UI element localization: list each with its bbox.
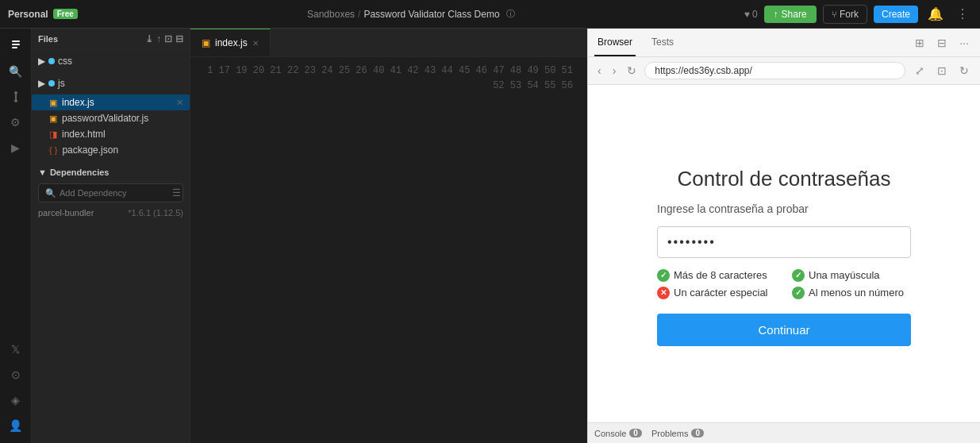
share-button[interactable]: ↑ Share (764, 6, 817, 23)
refresh-icon2[interactable]: ↻ (955, 61, 974, 80)
screen-icon[interactable]: ⊡ (932, 61, 951, 80)
upload-icon[interactable]: ⊡ (164, 33, 172, 44)
file-index-html[interactable]: ◨ index.html (32, 126, 190, 142)
top-bar: Personal Free Sandboxes / Password Valid… (0, 0, 980, 29)
folder-expand-icon: ▶ (38, 78, 45, 89)
project-name: Password Validator Class Demo (363, 9, 499, 20)
file-package-json[interactable]: { } package.json (32, 142, 190, 158)
sidebar-git-icon[interactable] (4, 86, 28, 108)
dep-parcel: parcel-bundler *1.6.1 (1.12.5) (32, 206, 190, 220)
browser-content: Control de contraseñas Ingrese la contra… (588, 85, 980, 422)
sandboxes-link[interactable]: Sandboxes (307, 9, 355, 20)
file-index-js[interactable]: ▣ index.js ✕ (32, 94, 190, 110)
notifications-button[interactable]: 🔔 (924, 5, 947, 23)
url-bar[interactable] (644, 62, 905, 79)
file-icon-pv-js: ▣ (49, 114, 57, 124)
folder-js[interactable]: ▶ js (32, 75, 190, 91)
forward-button[interactable]: › (609, 63, 620, 79)
dependencies-section: ▼ Dependencies 🔍 ☰ parcel-bundler *1.6.1… (32, 164, 190, 220)
validation-length: ✓ Más de 8 caracteres (657, 269, 776, 282)
sidebar-extensions-icon[interactable]: ⚙ (4, 111, 28, 133)
back-button[interactable]: ‹ (594, 63, 605, 79)
close-tab-icon[interactable]: ✕ (252, 39, 259, 48)
code-content[interactable]: class PasswordValidator { ··· } const pa… (581, 57, 587, 443)
validation-number: ✓ Al menos un número (792, 287, 911, 299)
fork-icon: ⑂ (832, 10, 837, 19)
file-icon-json: { } (49, 145, 57, 155)
dep-search-input[interactable] (60, 188, 169, 198)
check-special-label: Un carácter especial (674, 287, 768, 299)
sidebar-deploy-icon[interactable]: ▶ (4, 137, 28, 159)
folder-css[interactable]: ▶ css (32, 53, 190, 69)
more-icon[interactable]: ··· (955, 33, 974, 52)
new-folder-icon[interactable]: ↑ (156, 33, 161, 44)
close-file-icon[interactable]: ✕ (176, 98, 183, 108)
tab-tests[interactable]: Tests (648, 29, 677, 56)
sidebar-discord-icon[interactable]: ◈ (4, 389, 28, 411)
browser-tab-actions: ⊞ ⊟ ··· (910, 33, 974, 52)
sidebar-twitter-icon[interactable]: 𝕏 (4, 338, 28, 360)
folder-expand-icon: ▶ (38, 56, 45, 67)
grid-icon[interactable]: ⊞ (910, 33, 929, 52)
top-bar-actions: ♥ 0 ↑ Share ⑂ Fork Create 🔔 ⋮ (744, 5, 972, 24)
breadcrumb-sep: / (358, 9, 360, 20)
sidebar-user-icon[interactable]: 👤 (4, 414, 28, 437)
card-title: Control de contraseñas (657, 167, 911, 191)
svg-point-4 (14, 99, 17, 102)
line-numbers: 1 17 19 20 21 22 23 24 25 26 40 41 42 43… (190, 57, 581, 443)
sidebar-search-icon[interactable]: 🔍 (4, 60, 28, 83)
folder-css-dot (48, 58, 55, 64)
heart-number: 0 (752, 9, 758, 20)
tab-index-js[interactable]: ▣ index.js ✕ (190, 29, 271, 56)
dep-expand-icon: ▼ (38, 168, 47, 177)
problems-tab[interactable]: Problems 0 (651, 429, 704, 438)
sidebar-files-icon[interactable] (4, 35, 28, 57)
problems-label: Problems (651, 429, 688, 438)
file-icon-html: ◨ (49, 129, 57, 140)
fork-label: Fork (840, 9, 859, 20)
sidebar: 🔍 ⚙ ▶ 𝕏 ⊙ ◈ 👤 (0, 29, 32, 443)
svg-rect-2 (12, 47, 17, 48)
check-length-icon: ✓ (657, 269, 670, 282)
refresh-button[interactable]: ↻ (624, 63, 640, 79)
folder-js-label: js (58, 78, 65, 89)
files-title: Files (38, 34, 58, 44)
fork-button[interactable]: ⑂ Fork (823, 5, 867, 24)
share-label: Share (782, 9, 807, 20)
dep-header[interactable]: ▼ Dependencies (32, 164, 190, 180)
new-file-icon[interactable]: ⤓ (145, 33, 153, 44)
password-input[interactable] (657, 226, 911, 258)
file-panel-header: Files ⤓ ↑ ⊡ ⊟ (32, 29, 190, 50)
console-tab[interactable]: Console 0 (594, 429, 642, 438)
dual-icon[interactable]: ⊟ (932, 33, 951, 52)
open-new-icon[interactable]: ⤢ (910, 61, 929, 80)
share-arrow-icon: ↑ (774, 9, 778, 20)
svg-rect-1 (12, 44, 20, 45)
continuar-label: Continuar (758, 323, 809, 337)
free-badge: Free (53, 9, 78, 19)
file-icon-js: ▣ (49, 98, 57, 108)
tab-browser[interactable]: Browser (594, 29, 636, 56)
sidebar-github-icon[interactable]: ⊙ (4, 364, 28, 386)
browser-tabs: Browser Tests ⊞ ⊟ ··· (588, 29, 980, 57)
editor-tabs: ▣ index.js ✕ (190, 29, 587, 57)
editor-content: 1 17 19 20 21 22 23 24 25 26 40 41 42 43… (190, 57, 587, 443)
console-label: Console (594, 429, 626, 438)
continuar-button[interactable]: Continuar (657, 314, 911, 346)
card-subtitle: Ingrese la contraseña a probar (657, 202, 911, 215)
browser-bottom: Console 0 Problems 0 (588, 422, 980, 443)
collapse-icon[interactable]: ⊟ (175, 33, 183, 44)
info-icon: ⓘ (506, 8, 515, 20)
file-password-validator-js[interactable]: ▣ passwordValidator.js (32, 110, 190, 126)
browser-panel: Browser Tests ⊞ ⊟ ··· ‹ › ↻ ⤢ ⊡ ↻ (587, 29, 980, 443)
file-name-index-js: index.js (62, 97, 94, 108)
file-name-html: index.html (62, 129, 106, 140)
more-menu-button[interactable]: ⋮ (953, 5, 972, 23)
brand-area: Personal Free (8, 9, 78, 20)
tab-tests-label: Tests (651, 37, 674, 48)
list-icon[interactable]: ☰ (172, 187, 181, 198)
create-button[interactable]: Create (874, 6, 918, 23)
heart-count: ♥ 0 (744, 9, 758, 20)
dep-search-container[interactable]: 🔍 ☰ (38, 183, 183, 202)
browser-toolbar-icons: ⤢ ⊡ ↻ (910, 61, 974, 80)
